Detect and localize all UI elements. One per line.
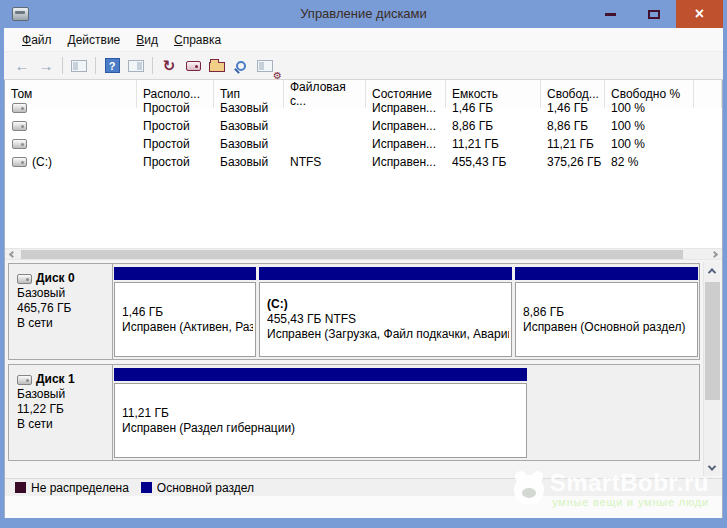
col-filesystem[interactable]: Файловая с... [284, 80, 366, 108]
partition-letter: (C:) [267, 297, 509, 312]
cell-free: 8,86 ГБ [541, 119, 605, 133]
cell-capacity: 455,43 ГБ [446, 155, 541, 169]
partition-size: 1,46 ГБ [122, 305, 253, 320]
partition-c[interactable]: (C:) 455,43 ГБ NTFS Исправен (Загрузка, … [259, 266, 512, 357]
menu-item-action[interactable]: Действие [60, 30, 129, 50]
partition-box: 11,21 ГБ Исправен (Раздел гибернации) [114, 383, 527, 458]
show-action-pane-button[interactable] [124, 54, 148, 77]
help-button[interactable]: ? [100, 54, 124, 77]
cell-type: Базовый [214, 155, 284, 169]
cell-free-pct: 100 % [605, 119, 694, 133]
open-button[interactable] [205, 54, 229, 77]
volume-icon [12, 121, 27, 131]
disk-management-window: Управление дисками × Файл Действие Вид С… [0, 0, 727, 528]
horizontal-scroll-thumb[interactable] [21, 250, 683, 259]
client-area: Том Располо... Тип Файловая с... Состоян… [4, 80, 723, 518]
partition-size: 455,43 ГБ NTFS [267, 312, 509, 327]
find-button[interactable] [229, 54, 253, 77]
forward-icon: → [39, 58, 54, 73]
cell-free-pct: 100 % [605, 137, 694, 151]
partition[interactable]: 11,21 ГБ Исправен (Раздел гибернации) [114, 367, 527, 458]
show-console-tree-button[interactable] [67, 54, 91, 77]
cell-free-pct: 100 % [605, 101, 694, 115]
refresh-button[interactable]: ↻ [157, 54, 181, 77]
scroll-right-icon[interactable] [711, 251, 718, 258]
disk-icon [17, 274, 32, 284]
scroll-left-icon[interactable] [9, 251, 16, 258]
partition-size: 11,21 ГБ [122, 406, 524, 421]
partition-status: Исправен (Раздел гибернации) [122, 421, 524, 436]
cell-type: Базовый [214, 101, 284, 115]
partition-status: Исправен (Активен, Раз [122, 320, 253, 335]
cell-type: Базовый [214, 119, 284, 133]
cell-status: Исправен... [366, 137, 446, 151]
cell-free-pct: 82 % [605, 155, 694, 169]
cell-free: 375,26 ГБ [541, 155, 605, 169]
horizontal-scrollbar[interactable] [5, 248, 722, 260]
back-button[interactable]: ← [10, 54, 34, 77]
close-icon: × [695, 0, 704, 28]
partition-color-bar [114, 368, 527, 381]
cell-capacity: 11,21 ГБ [446, 137, 541, 151]
disk-icon [17, 375, 32, 385]
partitions-strip: 1,46 ГБ Исправен (Активен, Раз (C:) 455,… [113, 264, 699, 359]
cell-status: Исправен... [366, 155, 446, 169]
close-button[interactable]: × [676, 0, 723, 28]
menubar: Файл Действие Вид Справка [4, 28, 723, 52]
partitions-strip: 11,21 ГБ Исправен (Раздел гибернации) [113, 365, 699, 460]
legend-label: Основной раздел [157, 481, 254, 495]
properties-icon [257, 60, 273, 72]
cell-capacity: 1,46 ГБ [446, 101, 541, 115]
disk-row-0: Диск 0 Базовый 465,76 ГБ В сети 1,46 ГБ … [8, 263, 700, 360]
legend-label: Не распределена [31, 481, 129, 495]
maximize-icon [648, 10, 660, 19]
bottom-filler [5, 496, 722, 518]
cell-capacity: 8,86 ГБ [446, 119, 541, 133]
vertical-scroll-thumb[interactable] [705, 282, 720, 400]
scroll-up-button[interactable] [704, 262, 720, 279]
disk-type: Базовый [17, 387, 112, 402]
titlebar[interactable]: Управление дисками × [4, 0, 723, 28]
vertical-scrollbar[interactable] [703, 262, 720, 476]
partition[interactable]: 8,86 ГБ Исправен (Основной раздел) [515, 266, 698, 357]
toolbar-separator [95, 57, 96, 74]
partition[interactable]: 1,46 ГБ Исправен (Активен, Раз [114, 266, 256, 357]
legend-item-unallocated: Не распределена [15, 481, 129, 495]
cell-layout: Простой [137, 155, 214, 169]
back-icon: ← [15, 58, 30, 73]
volume-list-header: Том Располо... Тип Файловая с... Состоян… [5, 80, 722, 99]
partition-status: Исправен (Основной раздел) [523, 320, 695, 335]
cell-status: Исправен... [366, 119, 446, 133]
volume-name: (C:) [32, 155, 52, 169]
disk-info-0[interactable]: Диск 0 Базовый 465,76 ГБ В сети [9, 264, 113, 359]
maximize-button[interactable] [632, 0, 676, 28]
cell-free: 1,46 ГБ [541, 101, 605, 115]
volume-row[interactable]: Простой Базовый Исправен... 8,86 ГБ 8,86… [5, 117, 722, 135]
refresh-icon: ↻ [163, 58, 176, 73]
volume-list: Том Располо... Тип Файловая с... Состоян… [5, 80, 722, 248]
volume-row[interactable]: Простой Базовый Исправен... 11,21 ГБ 11,… [5, 135, 722, 153]
volume-icon [12, 139, 27, 149]
unallocated-color-swatch [15, 482, 26, 493]
toolbar-separator [152, 57, 153, 74]
forward-button[interactable]: → [34, 54, 58, 77]
minimize-button[interactable] [588, 0, 632, 28]
volume-row[interactable]: (C:) Простой Базовый NTFS Исправен... 45… [5, 153, 722, 171]
scroll-down-button[interactable] [704, 459, 720, 476]
partition-box: (C:) 455,43 ГБ NTFS Исправен (Загрузка, … [259, 282, 512, 357]
rescan-disks-button[interactable] [181, 54, 205, 77]
cell-filesystem: NTFS [284, 155, 366, 169]
disk-status: В сети [17, 316, 112, 331]
properties-button[interactable]: ⚙ [253, 54, 277, 77]
disk-info-1[interactable]: Диск 1 Базовый 11,22 ГБ В сети [9, 365, 113, 460]
disk-size: 11,22 ГБ [17, 402, 112, 417]
chevron-up-icon [708, 268, 716, 276]
partition-box: 1,46 ГБ Исправен (Активен, Раз [114, 282, 256, 357]
toolbar-separator [62, 57, 63, 74]
menu-item-help[interactable]: Справка [166, 30, 229, 50]
menu-item-view[interactable]: Вид [128, 30, 166, 50]
help-icon: ? [105, 58, 120, 73]
graphical-view: Диск 0 Базовый 465,76 ГБ В сети 1,46 ГБ … [5, 260, 722, 478]
menu-item-file[interactable]: Файл [14, 30, 60, 50]
legend-item-primary-partition: Основной раздел [141, 481, 254, 495]
